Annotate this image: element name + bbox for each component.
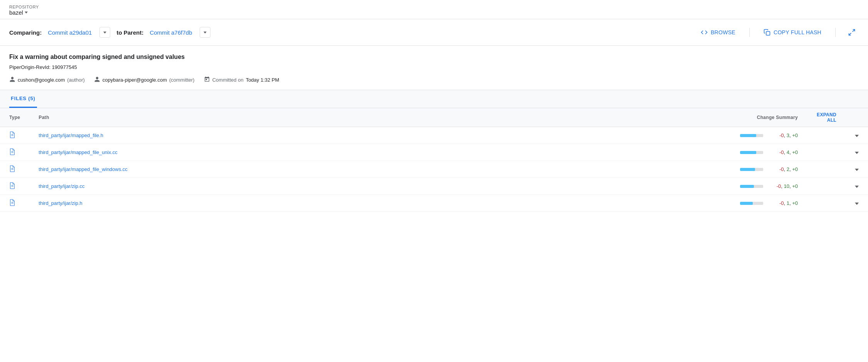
change-bar [740, 202, 763, 205]
stat-removed: -0 [779, 200, 784, 206]
change-stats: -0, 3, +0 [767, 132, 798, 138]
change-stats: -0, 4, +0 [767, 149, 798, 155]
divider [749, 28, 750, 37]
commit-meta: cushon@google.com (author) copybara-pipe… [9, 76, 859, 84]
table-row: third_party/ijar/zip.cc -0, 10, +0 [0, 178, 868, 195]
person-icon [9, 76, 15, 84]
expand-cell[interactable] [846, 161, 868, 178]
file-path-cell: third_party/ijar/zip.cc [29, 178, 691, 195]
change-bar-fill [740, 202, 753, 205]
committer-info: copybara-piper@google.com (committer) [94, 76, 195, 84]
change-stats: -0, 2, +0 [767, 166, 798, 172]
browse-button[interactable]: BROWSE [696, 26, 740, 39]
table-header-row: Type Path Change Summary EXPAND ALL [0, 108, 868, 127]
copy-hash-button[interactable]: COPY FULL HASH [759, 26, 826, 39]
expand-row-icon [855, 203, 859, 205]
commit-title: Fix a warning about comparing signed and… [9, 54, 859, 60]
expand-cell[interactable] [846, 144, 868, 161]
divider-2 [835, 28, 836, 37]
stat-modified: 4 [787, 149, 789, 155]
expand-column-header [846, 108, 868, 127]
stat-added: +0 [792, 149, 798, 155]
file-path-link[interactable]: third_party/ijar/zip.h [39, 200, 82, 206]
stat-removed: -0 [779, 166, 784, 172]
file-path-link[interactable]: third_party/ijar/zip.cc [39, 183, 84, 189]
committer-icon [94, 76, 100, 84]
expand-all-button[interactable]: EXPAND ALL [807, 108, 846, 127]
fullscreen-button[interactable] [845, 25, 859, 39]
file-icon [9, 168, 15, 174]
file-path-cell: third_party/ijar/mapped_file_windows.cc [29, 161, 691, 178]
change-summary-cell: -0, 3, +0 [691, 127, 807, 144]
file-type-cell [0, 178, 29, 195]
change-summary-content: -0, 1, +0 [701, 200, 798, 206]
change-summary-content: -0, 10, +0 [701, 183, 798, 189]
commit-to-dropdown[interactable] [200, 27, 210, 38]
comparing-label: Comparing: [9, 29, 42, 36]
change-bar [740, 151, 763, 154]
commit-info: Fix a warning about comparing signed and… [0, 46, 868, 90]
file-icon [9, 202, 15, 208]
expand-row-icon [855, 152, 859, 154]
expand-row-icon [855, 135, 859, 137]
file-path-cell: third_party/ijar/zip.h [29, 195, 691, 212]
file-path-link[interactable]: third_party/ijar/mapped_file.h [39, 132, 103, 138]
commit-from-link[interactable]: Commit a29da01 [48, 29, 92, 36]
files-table: Type Path Change Summary EXPAND ALL [0, 108, 868, 212]
stat-removed: -0 [779, 149, 784, 155]
stat-modified: 2 [787, 166, 789, 172]
stat-removed: -0 [777, 183, 781, 189]
change-bar-fill [740, 185, 754, 188]
top-bar: Repository bazel [0, 0, 868, 19]
change-bar [740, 134, 763, 137]
change-bar-fill [740, 151, 756, 154]
commit-to-link[interactable]: Commit a76f7db [150, 29, 192, 36]
stat-modified: 1 [787, 200, 789, 206]
committed-date-info: Committed on Today 1:32 PM [204, 76, 279, 84]
change-bar-fill [740, 134, 756, 137]
repository-label: Repository [9, 5, 859, 9]
files-tab[interactable]: FILES (5) [9, 90, 37, 108]
svg-rect-0 [766, 32, 770, 35]
comparing-bar: Comparing: Commit a29da01 to Parent: Com… [0, 19, 868, 46]
committed-label: Committed on [212, 77, 244, 83]
commit-from-dropdown[interactable] [99, 27, 110, 38]
file-path-link[interactable]: third_party/ijar/mapped_file_unix.cc [39, 149, 118, 155]
expand-cell[interactable] [846, 195, 868, 212]
chevron-down-icon [103, 32, 106, 34]
change-summary-content: -0, 2, +0 [701, 166, 798, 172]
file-path-link[interactable]: third_party/ijar/mapped_file_windows.cc [39, 166, 128, 172]
change-bar-fill [740, 168, 755, 171]
repository-name[interactable]: bazel [9, 9, 859, 16]
svg-line-2 [849, 33, 851, 35]
fullscreen-icon [848, 28, 856, 36]
stat-modified: 10 [784, 183, 789, 189]
change-bar [740, 185, 763, 188]
change-summary-cell: -0, 2, +0 [691, 161, 807, 178]
stat-modified: 3 [787, 132, 789, 138]
stat-added: +0 [792, 200, 798, 206]
file-type-cell [0, 144, 29, 161]
table-row: third_party/ijar/mapped_file_unix.cc -0,… [0, 144, 868, 161]
table-row: third_party/ijar/mapped_file_windows.cc … [0, 161, 868, 178]
change-summary-cell: -0, 10, +0 [691, 178, 807, 195]
files-section: FILES (5) Type Path Change Summary EXPAN… [0, 90, 868, 212]
file-path-cell: third_party/ijar/mapped_file.h [29, 127, 691, 144]
file-icon [9, 185, 15, 191]
expand-cell[interactable] [846, 127, 868, 144]
chevron-down-icon-2 [204, 32, 207, 34]
change-stats: -0, 1, +0 [767, 200, 798, 206]
author-email: cushon@google.com [18, 77, 65, 83]
table-row: third_party/ijar/mapped_file.h -0, 3, +0 [0, 127, 868, 144]
table-row: third_party/ijar/zip.h -0, 1, +0 [0, 195, 868, 212]
files-tab-bar: FILES (5) [0, 90, 868, 108]
stat-added: +0 [792, 166, 798, 172]
stat-added: +0 [792, 132, 798, 138]
expand-cell[interactable] [846, 178, 868, 195]
commit-description: PiperOrigin-RevId: 190977545 [9, 64, 859, 70]
change-summary-content: -0, 4, +0 [701, 149, 798, 155]
change-summary-cell: -0, 1, +0 [691, 195, 807, 212]
change-summary-column-header: Change Summary [691, 108, 807, 127]
stat-added: +0 [792, 183, 798, 189]
author-role: (author) [67, 77, 85, 83]
